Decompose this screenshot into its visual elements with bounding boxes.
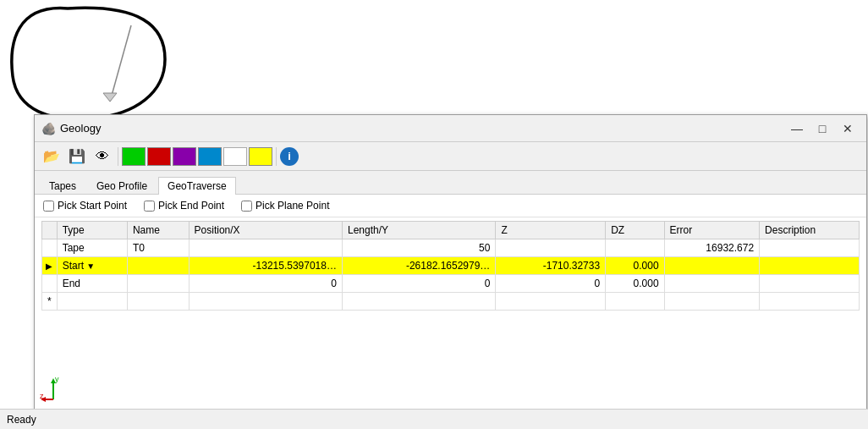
cell-type[interactable]: Tape — [57, 239, 127, 257]
maximize-button[interactable]: □ — [810, 119, 834, 138]
cell-error[interactable]: 16932.672 — [664, 239, 760, 257]
table-header-row: Type Name Position/X Length/Y Z DZ Error… — [42, 222, 860, 239]
tab-tapes[interactable]: Tapes — [40, 177, 85, 195]
col-type[interactable]: Type — [57, 222, 127, 239]
tab-geo-profile[interactable]: Geo Profile — [87, 177, 157, 195]
cell-name[interactable] — [127, 293, 189, 311]
pick-plane-checkbox[interactable] — [241, 201, 252, 212]
col-name[interactable]: Name — [127, 222, 189, 239]
col-dz[interactable]: DZ — [606, 222, 664, 239]
cell-name[interactable] — [127, 275, 189, 293]
close-button[interactable]: ✕ — [836, 119, 860, 138]
purple-color-btn[interactable] — [173, 147, 196, 166]
main-window: 🪨 Geology — □ ✕ 📂 💾 👁 i Tapes Geo Profil… — [34, 114, 867, 419]
cell-name[interactable]: T0 — [127, 239, 189, 257]
table-row: ▶ Start ▼ -13215.5397018… -26182.1652979… — [42, 257, 860, 275]
cell-dz[interactable] — [606, 239, 664, 257]
cell-dz[interactable] — [606, 293, 664, 311]
cell-error[interactable] — [664, 275, 760, 293]
cell-position-x[interactable] — [189, 239, 342, 257]
col-length-y[interactable]: Length/Y — [342, 222, 495, 239]
cell-z[interactable]: 0 — [496, 275, 606, 293]
separator-2 — [276, 147, 277, 166]
green-color-btn[interactable] — [122, 147, 146, 166]
cell-error[interactable] — [664, 257, 760, 275]
red-color-btn[interactable] — [147, 147, 171, 166]
row-indicator — [42, 275, 58, 293]
cell-z[interactable] — [496, 239, 606, 257]
title-bar: 🪨 Geology — □ ✕ — [35, 115, 866, 142]
svg-line-0 — [110, 25, 131, 102]
white-color-btn[interactable] — [223, 147, 247, 166]
col-z[interactable]: Z — [496, 222, 606, 239]
col-error[interactable]: Error — [664, 222, 760, 239]
row-indicator: ▶ — [42, 257, 58, 275]
cell-description[interactable] — [760, 257, 860, 275]
cell-error[interactable] — [664, 293, 760, 311]
pick-end-label: Pick End Point — [158, 200, 224, 212]
window-title: Geology — [60, 122, 101, 135]
pick-start-filter: Pick Start Point — [43, 200, 127, 212]
pick-plane-label: Pick Plane Point — [255, 200, 329, 212]
type-label: Start — [63, 260, 84, 272]
annotation-svg — [0, 0, 195, 127]
pick-end-filter: Pick End Point — [144, 200, 224, 212]
open-folder-btn[interactable]: 📂 — [40, 146, 63, 168]
cell-z[interactable] — [496, 293, 606, 311]
cell-dz[interactable]: 0.000 — [606, 275, 664, 293]
cell-length-y[interactable]: -26182.1652979… — [342, 257, 495, 275]
pick-plane-filter: Pick Plane Point — [241, 200, 329, 212]
data-table: Type Name Position/X Length/Y Z DZ Error… — [41, 221, 860, 311]
toolbar: 📂 💾 👁 i — [35, 142, 866, 171]
tabs-bar: Tapes Geo Profile GeoTraverse — [35, 171, 866, 195]
cell-description[interactable] — [760, 239, 860, 257]
info-btn[interactable]: i — [280, 147, 299, 166]
save-btn[interactable]: 💾 — [65, 146, 89, 168]
col-description[interactable]: Description — [760, 222, 860, 239]
cell-position-x[interactable] — [189, 293, 342, 311]
app-icon: 🪨 — [41, 122, 55, 135]
cell-position-x[interactable]: 0 — [189, 275, 342, 293]
col-arrow — [42, 222, 58, 239]
separator-1 — [118, 147, 118, 166]
dropdown-arrow-icon[interactable]: ▼ — [86, 261, 95, 271]
cell-position-x[interactable]: -13215.5397018… — [189, 257, 342, 275]
cell-description[interactable] — [760, 293, 860, 311]
view-btn[interactable]: 👁 — [91, 146, 114, 168]
cell-length-y[interactable]: 50 — [342, 239, 495, 257]
filter-row: Pick Start Point Pick End Point Pick Pla… — [35, 195, 866, 217]
window-controls: — □ ✕ — [785, 119, 860, 138]
data-table-wrapper: Type Name Position/X Length/Y Z DZ Error… — [35, 217, 866, 418]
yellow-color-btn[interactable] — [249, 147, 272, 166]
table-row: Tape T0 50 16932.672 — [42, 239, 860, 257]
row-indicator: * — [42, 293, 58, 311]
tab-geo-traverse[interactable]: GeoTraverse — [158, 177, 236, 195]
content-area: Pick Start Point Pick End Point Pick Pla… — [35, 195, 866, 418]
cell-type[interactable]: End — [57, 275, 127, 293]
cell-description[interactable] — [760, 275, 860, 293]
cell-type[interactable] — [57, 293, 127, 311]
table-row: End 0 0 0 0.000 — [42, 275, 860, 293]
blue-color-btn[interactable] — [198, 147, 222, 166]
cell-type[interactable]: Start ▼ — [57, 257, 127, 275]
cell-length-y[interactable]: 0 — [342, 275, 495, 293]
col-position-x[interactable]: Position/X — [189, 222, 342, 239]
cell-length-y[interactable] — [342, 293, 495, 311]
table-row: * — [42, 293, 860, 311]
cell-dz[interactable]: 0.000 — [606, 257, 664, 275]
status-bar: Ready — [0, 409, 868, 429]
cell-z[interactable]: -1710.32733 — [496, 257, 606, 275]
svg-marker-1 — [103, 93, 117, 102]
pick-end-checkbox[interactable] — [144, 201, 155, 212]
pick-start-checkbox[interactable] — [43, 201, 54, 212]
minimize-button[interactable]: — — [785, 119, 809, 138]
pick-start-label: Pick Start Point — [58, 200, 127, 212]
cell-name[interactable] — [127, 257, 189, 275]
row-indicator — [42, 239, 58, 257]
status-text: Ready — [7, 414, 36, 426]
